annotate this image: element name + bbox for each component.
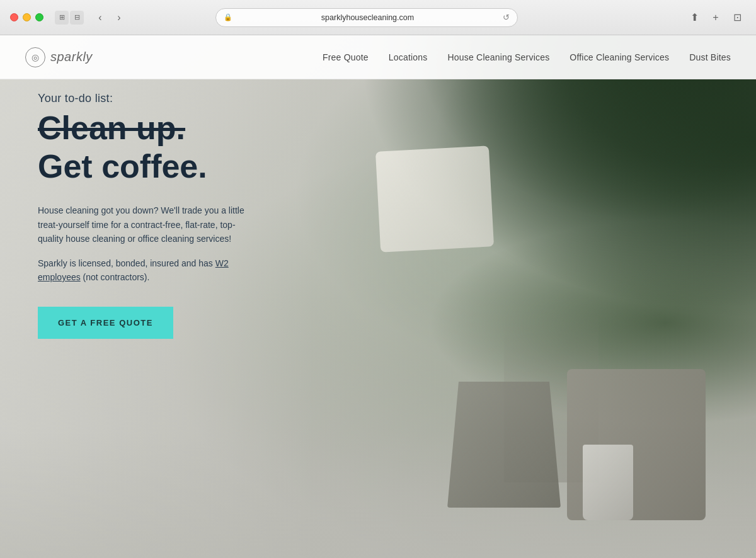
browser-nav-buttons: ‹ › [91, 9, 128, 26]
plant-pot-left [447, 382, 561, 508]
hero-subtitle: Your to-do list: [38, 92, 252, 105]
logo-text: sparkly [50, 50, 93, 64]
url-text: sparklyhousecleaning.com [236, 13, 499, 22]
nav-house-cleaning[interactable]: House Cleaning Services [448, 52, 550, 62]
hero-description-1: House cleaning got you down? We'll trade… [38, 203, 252, 246]
nav-locations[interactable]: Locations [389, 52, 428, 62]
lock-icon: 🔒 [224, 13, 232, 21]
mason-jar [583, 445, 633, 520]
traffic-lights [10, 13, 43, 21]
nav-office-cleaning[interactable]: Office Cleaning Services [570, 52, 669, 62]
cta-button[interactable]: GET A FREE QUOTE [38, 307, 173, 339]
logo[interactable]: ◎ sparkly [25, 47, 93, 67]
nav-dust-bites[interactable]: Dust Bites [689, 52, 731, 62]
window-controls: ⊞ ⊟ [55, 11, 84, 25]
bookmarks-button[interactable]: ⊡ [728, 9, 746, 26]
close-button[interactable] [10, 13, 18, 21]
hero-content: Your to-do list: Clean up. Get coffee. H… [38, 92, 252, 339]
hero-description-2: Sparkly is licensed, bonded, insured and… [38, 256, 252, 285]
nav-free-quote[interactable]: Free Quote [323, 52, 369, 62]
pillow-decoration [375, 145, 494, 252]
navbar: ◎ sparkly Free Quote Locations House Cle… [0, 35, 756, 79]
hero-title-line1: Clean up. [38, 110, 252, 146]
share-button[interactable]: ⬆ [685, 9, 703, 26]
hero-title-line2: Get coffee. [38, 149, 252, 185]
forward-button[interactable]: › [110, 9, 128, 26]
hero-description-2-part2: (not contractors). [81, 272, 150, 282]
hero-description-2-part1: Sparkly is licensed, bonded, insured and… [38, 258, 215, 268]
maximize-button[interactable] [35, 13, 43, 21]
window-grid-button[interactable]: ⊟ [70, 11, 84, 25]
back-button[interactable]: ‹ [91, 9, 109, 26]
reload-button[interactable]: ↺ [503, 13, 510, 22]
new-tab-button[interactable]: + [707, 9, 724, 26]
sidebar-toggle-button[interactable]: ⊞ [55, 11, 69, 25]
address-bar[interactable]: 🔒 sparklyhousecleaning.com ↺ [215, 8, 518, 27]
nav-links: Free Quote Locations House Cleaning Serv… [323, 52, 731, 62]
website-container: ◎ sparkly Free Quote Locations House Cle… [0, 35, 756, 558]
minimize-button[interactable] [23, 13, 31, 21]
browser-actions: ⬆ + ⊡ [685, 9, 746, 26]
browser-chrome: ⊞ ⊟ ‹ › 🔒 sparklyhousecleaning.com ↺ ⬆ +… [0, 0, 756, 35]
logo-icon: ◎ [25, 47, 45, 67]
